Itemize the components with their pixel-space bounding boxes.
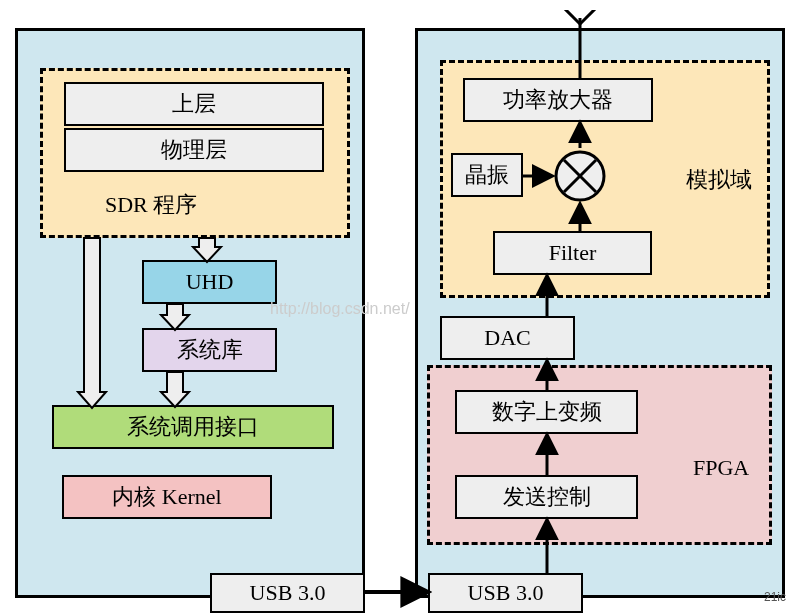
svg-line-13	[580, 10, 598, 24]
digital-upconversion-block: 数字上变频	[455, 390, 638, 434]
crystal-oscillator-block: 晶振	[451, 153, 523, 197]
usb-host-block: USB 3.0	[210, 573, 365, 613]
tx-control-block: 发送控制	[455, 475, 638, 519]
sdr-program-label: SDR 程序	[105, 190, 197, 220]
upper-layer-block: 上层	[64, 82, 324, 126]
power-amplifier-block: 功率放大器	[463, 78, 653, 122]
system-lib-block: 系统库	[142, 328, 277, 372]
analog-domain-label: 模拟域	[686, 165, 752, 195]
mixer-icon	[552, 148, 608, 204]
syscall-interface-block: 系统调用接口	[52, 405, 334, 449]
svg-line-12	[562, 10, 580, 24]
kernel-block: 内核 Kernel	[62, 475, 272, 519]
watermark-text: http://blog.csdn.net/	[270, 300, 410, 318]
filter-block: Filter	[493, 231, 652, 275]
usb-device-block: USB 3.0	[428, 573, 583, 613]
physical-layer-block: 物理层	[64, 128, 324, 172]
corner-brand: 21ic	[764, 590, 786, 604]
fpga-label: FPGA	[693, 455, 749, 481]
uhd-block: UHD	[142, 260, 277, 304]
dac-block: DAC	[440, 316, 575, 360]
